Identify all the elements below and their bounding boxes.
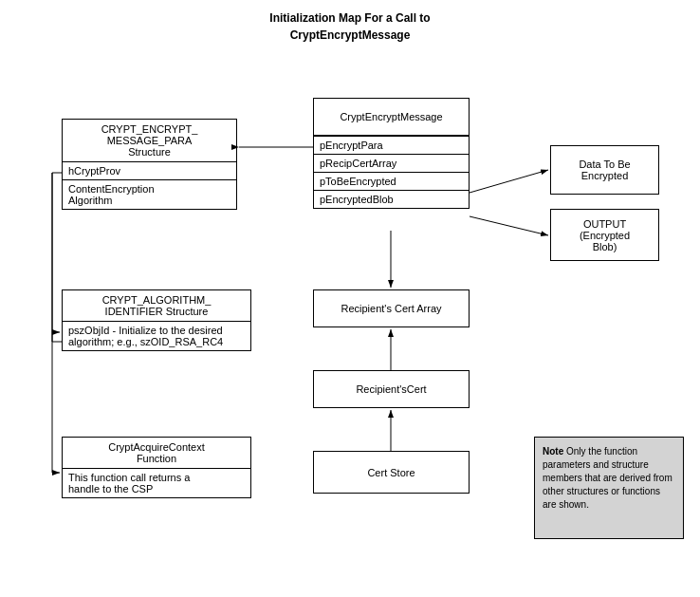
param-row-pencryptpara: pEncryptPara xyxy=(314,137,469,155)
param-row-ptobeencrypted: pToBeEncrypted xyxy=(314,173,469,191)
recipients-cert-array-box: Recipient's Cert Array xyxy=(313,289,470,327)
crypt-algorithm-identifier-header: CRYPT_ALGORITHM_IDENTIFIER Structure xyxy=(63,290,250,322)
crypt-acquire-context-row1: This function call returns ahandle to th… xyxy=(63,469,250,497)
crypt-encrypt-message-label: CryptEncryptMessage xyxy=(340,111,442,122)
crypt-encrypt-message-para-box: CRYPT_ENCRYPT_MESSAGE_PARAStructure hCry… xyxy=(62,119,237,210)
crypt-acquire-context-box: CryptAcquireContextFunction This functio… xyxy=(62,437,251,498)
param-row-precipcertarray: pRecipCertArray xyxy=(314,155,469,173)
data-to-be-encrypted-box: Data To BeEncrypted xyxy=(550,145,659,195)
output-encrypted-blob-label: OUTPUT(EncryptedBlob) xyxy=(580,218,630,252)
recipients-cert-box: Recipient'sCert xyxy=(313,370,470,408)
cert-store-box: Cert Store xyxy=(313,451,470,494)
data-to-be-encrypted-label: Data To BeEncrypted xyxy=(579,159,630,181)
crypt-acquire-context-header: CryptAcquireContextFunction xyxy=(63,438,250,469)
crypt-encrypt-para-row1: hCryptProv xyxy=(63,162,236,180)
crypt-encrypt-message-para-header: CRYPT_ENCRYPT_MESSAGE_PARAStructure xyxy=(63,120,236,162)
output-encrypted-blob-box: OUTPUT(EncryptedBlob) xyxy=(550,209,659,261)
note-box: Note Only the function parameters and st… xyxy=(534,437,684,539)
svg-line-3 xyxy=(470,170,548,193)
cert-store-label: Cert Store xyxy=(367,467,414,478)
diagram-container: Initialization Map For a Call to CryptEn… xyxy=(0,0,700,597)
param-row-pencryptedblob: pEncryptedBlob xyxy=(314,191,469,208)
recipients-cert-array-label: Recipient's Cert Array xyxy=(341,303,441,314)
note-label: Note Only the function parameters and st… xyxy=(543,446,672,510)
crypt-algorithm-identifier-row1: pszObjId - Initialize to the desired alg… xyxy=(63,322,250,350)
crypt-encrypt-message-box: CryptEncryptMessage xyxy=(313,98,470,136)
svg-line-4 xyxy=(470,216,548,235)
main-function-params-box: pEncryptPara pRecipCertArray pToBeEncryp… xyxy=(313,136,470,209)
diagram-title: Initialization Map For a Call to CryptEn… xyxy=(0,0,700,44)
crypt-algorithm-identifier-box: CRYPT_ALGORITHM_IDENTIFIER Structure psz… xyxy=(62,289,251,351)
crypt-encrypt-para-row2: ContentEncryptionAlgorithm xyxy=(63,180,236,209)
recipients-cert-label: Recipient'sCert xyxy=(356,383,426,395)
